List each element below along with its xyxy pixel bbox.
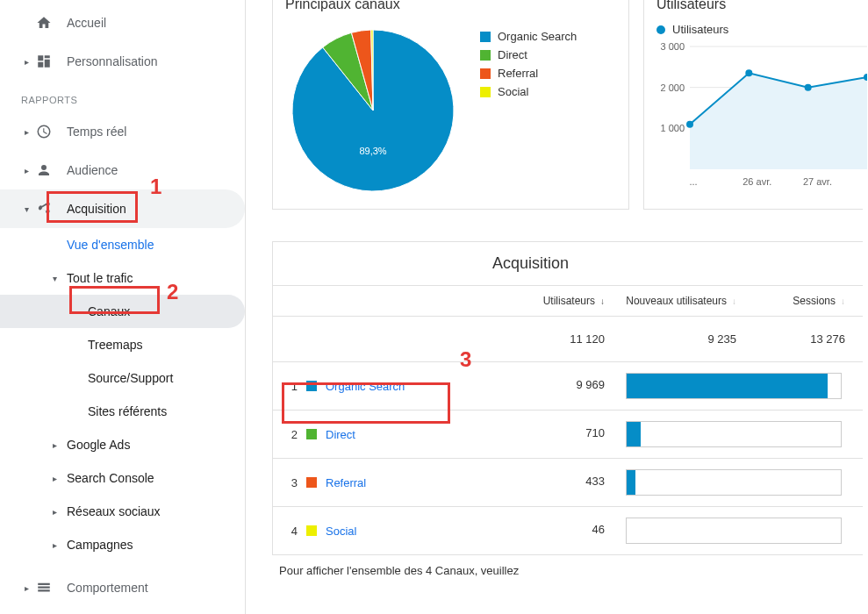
channel-color-icon (306, 429, 317, 439)
legend-label: Organic Search (498, 30, 577, 43)
caret-down-icon: ▾ (21, 204, 32, 214)
list-icon (35, 579, 53, 596)
svg-text:89,3%: 89,3% (359, 146, 386, 156)
subnav-search-console[interactable]: ▸Search Console (0, 461, 245, 495)
grid-icon (35, 53, 53, 70)
caret-icon: ▸ (21, 127, 32, 137)
caret-down-icon: ▾ (53, 274, 63, 283)
channel-link[interactable]: Direct (326, 428, 355, 441)
subnav-treemaps[interactable]: Treemaps (0, 328, 245, 361)
legend-item[interactable]: Direct (480, 48, 577, 61)
cell-bar (615, 362, 863, 410)
row-index: 2 (283, 428, 298, 441)
legend-color-icon (480, 68, 491, 79)
channel-link[interactable]: Social (326, 525, 356, 538)
subnav-google-ads[interactable]: ▸Google Ads (0, 428, 245, 461)
subnav-channels[interactable]: Canaux (0, 295, 245, 328)
cell-users: 710 (484, 411, 615, 458)
nav-home[interactable]: Accueil (0, 4, 245, 42)
line-chart: 1 0002 0003 000...26 avr.27 avr. (656, 41, 867, 190)
nav-label: Personnalisation (67, 54, 158, 68)
nav-label: Comportement (67, 581, 148, 595)
caret-icon: ▸ (53, 507, 63, 517)
caret-icon: ▸ (21, 583, 32, 593)
subnav-overview[interactable]: Vue d'ensemble (0, 228, 245, 261)
table-row: 4Social46 (273, 507, 863, 554)
caret-icon: ▸ (53, 440, 63, 450)
legend-color-icon (480, 87, 491, 97)
legend-label: Direct (498, 48, 527, 61)
pie-chart: 89,3% (285, 23, 461, 198)
total-users: 11 120 (484, 317, 615, 361)
col-header-new-users[interactable]: Nouveaux utilisateurs↓ (615, 286, 747, 316)
col-header-sessions[interactable]: Sessions↓ (747, 286, 863, 316)
nav-attribution[interactable]: AttributionBÊTA (0, 607, 245, 614)
cell-bar (615, 507, 863, 554)
subnav-all-traffic[interactable]: ▾ Tout le trafic (0, 261, 245, 295)
svg-text:1 000: 1 000 (660, 123, 685, 133)
svg-text:26 avr.: 26 avr. (742, 176, 771, 187)
user-icon (35, 161, 53, 179)
subnav-label: Réseaux sociaux (67, 504, 161, 518)
legend-label: Utilisateurs (672, 23, 728, 36)
acquisition-table: Acquisition Utilisateurs↓ Nouveaux utili… (272, 241, 863, 555)
table-header-row: Utilisateurs↓ Nouveaux utilisateurs↓ Ses… (273, 286, 863, 317)
sort-desc-icon: ↓ (600, 296, 605, 306)
channel-color-icon (306, 477, 317, 488)
card-title: Principaux canaux (285, 0, 616, 12)
home-icon (35, 14, 53, 32)
table-row: 2Direct710 (273, 411, 863, 459)
col-header-users[interactable]: Utilisateurs↓ (484, 286, 615, 316)
legend-item[interactable]: Organic Search (480, 30, 577, 43)
nav-realtime[interactable]: ▸ Temps réel (0, 112, 245, 151)
table-totals-row: 11 120 9 235 13 276 (273, 317, 863, 362)
caret-icon: ▸ (21, 166, 32, 175)
channel-link[interactable]: Referral (326, 476, 366, 489)
subnav-label: Tout le trafic (67, 271, 133, 285)
nav-label: Accueil (67, 16, 106, 30)
cell-users: 46 (484, 507, 615, 554)
legend-item[interactable]: Referral (480, 67, 577, 80)
total-new-users: 9 235 (615, 317, 747, 361)
table-row: 1Organic Search9 969 (273, 362, 863, 411)
channel-link[interactable]: Organic Search (326, 380, 405, 393)
subnav-social[interactable]: ▸Réseaux sociaux (0, 495, 245, 528)
subnav-referrals[interactable]: Sites référents (0, 395, 245, 428)
cell-users: 9 969 (484, 362, 615, 410)
table-section-title: Acquisition (273, 242, 863, 286)
caret-icon: ▸ (53, 540, 63, 550)
sidebar: Accueil ▸ Personnalisation RAPPORTS ▸ Te… (0, 0, 246, 614)
subnav-campaigns[interactable]: ▸Campagnes (0, 528, 245, 561)
nav-label: Acquisition (67, 202, 126, 216)
total-sessions: 13 276 (747, 317, 863, 361)
nav-audience[interactable]: ▸ Audience (0, 151, 245, 189)
svg-text:2 000: 2 000 (660, 82, 685, 93)
nav-acquisition[interactable]: ▾ Acquisition (0, 189, 245, 228)
svg-point-8 (745, 69, 752, 76)
legend-item[interactable]: Social (480, 85, 577, 98)
nav-label: Audience (67, 163, 118, 177)
clock-icon (35, 123, 53, 140)
top-channels-card: Principaux canaux 89,3% Organic SearchDi… (272, 0, 629, 210)
channel-color-icon (306, 525, 317, 536)
legend-color-icon (480, 32, 491, 42)
users-line-card: Utilisateurs Utilisateurs 1 0002 0003 00… (643, 0, 863, 210)
subnav-label: Campagnes (67, 538, 133, 552)
main-content: Principaux canaux 89,3% Organic SearchDi… (246, 0, 868, 614)
caret-icon: ▸ (53, 474, 63, 483)
row-index: 1 (283, 380, 298, 393)
svg-point-9 (805, 84, 812, 91)
svg-text:3 000: 3 000 (660, 41, 685, 52)
row-index: 3 (283, 476, 298, 489)
nav-personalization[interactable]: ▸ Personnalisation (0, 42, 245, 81)
nav-label: Temps réel (67, 125, 126, 139)
line-legend: Utilisateurs (656, 23, 863, 36)
subnav-source-medium[interactable]: Source/Support (0, 361, 245, 395)
subnav-label: Search Console (67, 471, 154, 485)
nav-behavior[interactable]: ▸ Comportement (0, 568, 245, 607)
section-reports-label: RAPPORTS (0, 81, 245, 112)
table-row: 3Referral433 (273, 459, 863, 507)
svg-text:...: ... (689, 176, 697, 187)
svg-text:27 avr.: 27 avr. (803, 176, 832, 187)
channel-color-icon (306, 381, 317, 391)
